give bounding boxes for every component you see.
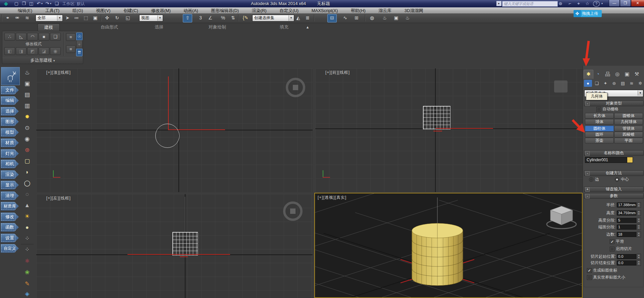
- select-object-icon[interactable]: ➤: [63, 14, 72, 22]
- open-file-icon[interactable]: ❐: [21, 0, 27, 7]
- slice-to-spinner[interactable]: ▴▾: [637, 260, 641, 266]
- sidebar-item-file[interactable]: 文件: [1, 86, 19, 95]
- reference-coordinate-dropdown[interactable]: 视图▾: [139, 15, 163, 21]
- menu-animation[interactable]: 动画(A): [178, 8, 204, 14]
- ribbon-tab-object-paint[interactable]: 对象绘制: [201, 23, 233, 31]
- height-segments-spinner[interactable]: ▴▾: [637, 218, 641, 223]
- pen-tool-icon[interactable]: ✎: [21, 280, 33, 288]
- teapot-render-icon[interactable]: ♨: [21, 68, 33, 77]
- sides-spinner[interactable]: ▴▾: [637, 232, 641, 237]
- rendered-frame-window-icon[interactable]: ▣: [392, 14, 400, 22]
- favorites-star-icon[interactable]: ☆: [584, 0, 591, 7]
- license-key-icon[interactable]: ⌐: [566, 0, 574, 7]
- molecule-icon[interactable]: ⚛: [21, 257, 33, 265]
- menu-3dliuliu[interactable]: 3D溜溜网: [399, 8, 429, 14]
- rollout-object-type-header[interactable]: -对象类型: [584, 101, 644, 106]
- angle-snap-icon[interactable]: ∠: [206, 14, 215, 22]
- selection-filter-dropdown[interactable]: 全部▾: [36, 15, 63, 21]
- toolbar-handle[interactable]: [1, 14, 2, 21]
- minimize-button[interactable]: —: [609, 0, 620, 7]
- render-setup-icon[interactable]: ♨: [380, 14, 389, 22]
- cylinder-wireframe-left[interactable]: [172, 232, 198, 255]
- button-pyramid[interactable]: 四棱锥: [614, 132, 643, 137]
- deer-image-button[interactable]: [1, 67, 20, 85]
- viewport-nav-gizmo-center[interactable]: [290, 208, 296, 214]
- subtab-shapes[interactable]: ❏: [593, 80, 601, 87]
- sidebar-item-material[interactable]: 材质: [1, 138, 19, 147]
- toggle-command-panel-icon[interactable]: ⇈: [76, 49, 83, 56]
- list-tool-1-icon[interactable]: ≡: [66, 33, 75, 41]
- generate-mapping-coords-checkbox[interactable]: ✓: [587, 268, 592, 273]
- subtab-cameras[interactable]: ⊚: [610, 80, 618, 87]
- render-dialog-icon[interactable]: ▤: [21, 91, 33, 99]
- viewport-front[interactable]: [+][前][线框]: [315, 68, 583, 192]
- viewport-left-label[interactable]: [+][左][线框]: [46, 195, 71, 201]
- help-icon[interactable]: ?: [593, 1, 600, 7]
- ring-light-icon[interactable]: ◯: [21, 179, 33, 188]
- object-color-swatch[interactable]: [627, 157, 633, 163]
- menu-views[interactable]: 视图(V): [90, 8, 116, 14]
- new-file-icon[interactable]: ▢: [13, 0, 19, 7]
- sidebar-item-custom[interactable]: 自定义: [1, 244, 19, 253]
- button-geosphere[interactable]: 几何球体: [614, 119, 643, 125]
- modify-tool-4-icon[interactable]: ◪: [39, 47, 49, 55]
- button-tube[interactable]: 管状体: [614, 126, 643, 131]
- search-input[interactable]: 键入关键字或短语: [502, 1, 558, 7]
- object-name-field[interactable]: Cylinder001: [585, 157, 628, 163]
- radio-center[interactable]: [615, 177, 619, 182]
- help-caret-icon[interactable]: ▾: [600, 0, 604, 7]
- sidebar-item-select[interactable]: 选择: [1, 107, 19, 116]
- ribbon-collapse-button[interactable]: ▴: [302, 23, 313, 31]
- drag-upload-button[interactable]: ✤ 拖拽上传: [574, 10, 602, 17]
- height-spinner[interactable]: ▴▾: [637, 210, 641, 216]
- cap-segments-spinner[interactable]: ▴▾: [637, 224, 641, 230]
- button-sphere[interactable]: 球体: [585, 119, 614, 125]
- redo-caret-icon[interactable]: ▾: [49, 0, 52, 7]
- polygon-mode-icon[interactable]: ■: [39, 33, 49, 41]
- edit-named-selection-sets-icon[interactable]: {✎: [240, 14, 251, 22]
- tab-modify[interactable]: ◔: [593, 70, 602, 78]
- dropdown-caret-icon[interactable]: ▾: [288, 15, 293, 21]
- named-selection-set-dropdown[interactable]: 创建选择集▾: [252, 15, 294, 21]
- select-by-name-icon[interactable]: ≔: [72, 14, 81, 22]
- pin-stack-icon[interactable]: ⌖: [76, 41, 83, 48]
- slice-on-checkbox[interactable]: ✓: [610, 247, 614, 251]
- modify-tool-5-icon[interactable]: ◉: [50, 47, 61, 55]
- rectangular-selection-region-icon[interactable]: ⬚: [82, 14, 90, 22]
- dropdown-caret-icon[interactable]: ▾: [57, 15, 62, 21]
- save-file-icon[interactable]: ◫: [28, 0, 34, 7]
- border-mode-icon[interactable]: ◠: [27, 33, 38, 41]
- dropdown-caret-icon[interactable]: ▾: [638, 91, 643, 96]
- smooth-checkbox[interactable]: ✓: [610, 239, 614, 244]
- unlink-selection-icon[interactable]: ⚮: [13, 14, 21, 22]
- viewport-top-label[interactable]: [+][顶][线框]: [46, 70, 71, 75]
- projector-icon[interactable]: ◉: [21, 135, 33, 143]
- material-editor-icon[interactable]: ◍: [368, 14, 376, 22]
- viewcube[interactable]: [547, 206, 576, 229]
- select-and-move-icon[interactable]: ✜: [103, 14, 111, 22]
- close-button[interactable]: ✕: [631, 0, 644, 7]
- radius-spinner[interactable]: ▴▾: [637, 202, 641, 208]
- tab-motion[interactable]: ◎: [613, 70, 622, 78]
- plant-icon[interactable]: ❀: [21, 268, 33, 277]
- menu-rendering[interactable]: 渲染(R): [246, 8, 272, 14]
- viewport-left[interactable]: [+][左][线框]: [36, 194, 313, 298]
- menu-create[interactable]: 创建(C): [118, 8, 144, 14]
- sidebar-item-display[interactable]: 显示: [1, 181, 19, 189]
- area-light-icon[interactable]: ▢: [21, 157, 33, 166]
- subtab-lights[interactable]: ✦: [601, 80, 609, 87]
- list-tool-2-icon[interactable]: ≡: [66, 45, 75, 53]
- align-icon[interactable]: ≣: [303, 14, 312, 22]
- menu-tools[interactable]: 工具(T): [40, 8, 65, 14]
- radius-input[interactable]: 17.388mm: [617, 202, 636, 207]
- tab-create[interactable]: ✱: [584, 70, 593, 79]
- sidebar-item-edit[interactable]: 编辑: [1, 96, 19, 105]
- restore-button[interactable]: ❐: [620, 0, 631, 7]
- ribbon-tab-freeform[interactable]: 自由形式: [93, 23, 125, 31]
- settings-dialog-icon[interactable]: ▥: [21, 102, 33, 110]
- element-mode-icon[interactable]: ❑: [50, 33, 61, 41]
- rollout-keyboard-entry-header[interactable]: +键盘输入: [584, 186, 644, 192]
- sun-icon[interactable]: ☀: [21, 212, 33, 221]
- menu-help[interactable]: 帮助(H): [345, 8, 371, 14]
- collapse-icon[interactable]: -: [585, 171, 590, 176]
